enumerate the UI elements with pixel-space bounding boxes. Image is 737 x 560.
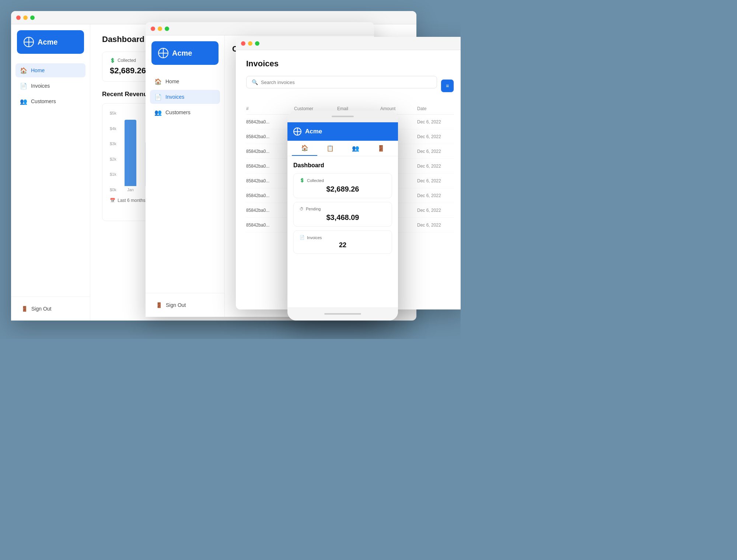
sidebar-item-invoices[interactable]: 📄 Invoices [15, 79, 85, 93]
mobile-logo-text: Acme [305, 128, 322, 135]
row-id: 85842ba0... [246, 119, 294, 125]
win1-sidebar-bottom: 🚪 Sign Out [11, 297, 90, 321]
close-dot-3[interactable] [241, 41, 245, 46]
col-id: # [246, 106, 294, 111]
win2-invoices-label: Invoices [165, 94, 184, 100]
y-label-1k: $1k [110, 172, 116, 176]
y-label-5k: $5k [110, 111, 116, 115]
mobile-tab-customers[interactable]: 👥 [343, 141, 368, 156]
row-id: 85842ba0... [246, 134, 294, 139]
bar-jan-label: Jan [127, 188, 134, 192]
win2-sign-out-button[interactable]: 🚪 Sign Out [151, 299, 219, 311]
row-date: Dec 6, 2022 [417, 208, 454, 213]
dollar-circle-icon: 💲 [110, 58, 115, 63]
win2-signout-icon: 🚪 [156, 302, 162, 308]
titlebar-4 [287, 111, 398, 122]
mobile-pending-value: $3,468.09 [300, 213, 386, 222]
filter-button[interactable]: ≡ [441, 79, 454, 92]
bar-jan-rect [125, 120, 136, 186]
mobile-globe-icon [293, 127, 301, 136]
minimize-dot[interactable] [23, 15, 28, 20]
sidebar-label-customers: Customers [31, 98, 56, 104]
collected-label-text: Collected [118, 58, 136, 63]
maximize-dot[interactable] [30, 15, 35, 20]
globe-icon [24, 37, 34, 47]
maximize-dot-2[interactable] [165, 27, 169, 31]
mobile-tab-signout[interactable]: 🚪 [368, 141, 394, 156]
minimize-dot-2[interactable] [158, 27, 162, 31]
win2-nav: 🏠 Home 📄 Invoices 👥 Customers [146, 71, 224, 293]
close-dot[interactable] [16, 15, 21, 20]
row-date: Dec 6, 2022 [417, 134, 454, 139]
y-label-2k: $2k [110, 157, 116, 161]
mobile-pending-text: Pending [306, 207, 321, 211]
bar-jan: Jan [125, 120, 136, 192]
row-id: 85842ba0... [246, 164, 294, 169]
mobile-window: Acme 🏠 📋 👥 🚪 Dashboard 💲 Collected $2,68… [287, 111, 398, 321]
win1-nav: 🏠 Home 📄 Invoices 👥 Customers [11, 60, 90, 297]
win2-home-icon: 🏠 [154, 78, 162, 85]
row-date: Dec 6, 2022 [417, 223, 454, 228]
mobile-invoices-icon: 📄 [300, 235, 305, 240]
row-id: 85842ba0... [246, 223, 294, 228]
win4-body: Acme 🏠 📋 👥 🚪 Dashboard 💲 Collected $2,68… [287, 122, 398, 321]
win2-sidebar-item-customers[interactable]: 👥 Customers [150, 105, 220, 119]
win2-sidebar-item-invoices[interactable]: 📄 Invoices [150, 90, 220, 104]
win2-signout-label: Sign Out [166, 302, 186, 308]
signout-label: Sign Out [31, 306, 51, 312]
win1-logo: Acme [17, 30, 84, 54]
y-label-4k: $4k [110, 126, 116, 131]
mobile-bottom-bar [287, 307, 398, 321]
minimize-dot-3[interactable] [248, 41, 252, 46]
win2-invoices-icon: 📄 [154, 93, 162, 101]
win2-sidebar-item-home[interactable]: 🏠 Home [150, 74, 220, 88]
col-date: Date [417, 106, 454, 111]
row-date: Dec 6, 2022 [417, 119, 454, 125]
y-label-3k: $3k [110, 141, 116, 146]
globe-icon-2 [158, 48, 168, 58]
maximize-dot-3[interactable] [255, 41, 259, 46]
close-dot-2[interactable] [151, 27, 155, 31]
win2-customers-label: Customers [165, 109, 191, 115]
row-id: 85842ba0... [246, 149, 294, 154]
sign-out-button[interactable]: 🚪 Sign Out [17, 303, 84, 315]
row-date: Dec 6, 2022 [417, 193, 454, 198]
mobile-content: Dashboard 💲 Collected $2,689.26 ⏱ Pendin… [287, 156, 398, 307]
mobile-invoices-text: Invoices [307, 235, 322, 240]
mobile-nav-tabs: 🏠 📋 👥 🚪 [287, 141, 398, 156]
mobile-home-indicator [324, 313, 361, 315]
win1-sidebar: Acme 🏠 Home 📄 Invoices 👥 Customers � [11, 24, 90, 321]
mobile-collected-label: 💲 Collected [300, 178, 386, 183]
win2-logo-text: Acme [172, 49, 192, 57]
mobile-stat-collected: 💲 Collected $2,689.26 [293, 173, 392, 198]
search-bar[interactable]: 🔍 [246, 76, 437, 88]
mobile-tab-home[interactable]: 🏠 [292, 141, 317, 156]
win1-logo-text: Acme [38, 38, 57, 46]
win2-home-label: Home [165, 78, 179, 84]
row-date: Dec 6, 2022 [417, 178, 454, 183]
search-input[interactable] [261, 80, 432, 85]
mobile-dollar-icon: 💲 [300, 178, 305, 183]
row-id: 85842ba0... [246, 193, 294, 198]
y-label-0k: $0k [110, 188, 116, 192]
mobile-collected-text: Collected [307, 178, 324, 183]
mobile-logo-bar: Acme [287, 122, 398, 141]
win2-sidebar-bottom: 🚪 Sign Out [146, 293, 224, 317]
search-icon: 🔍 [252, 79, 258, 85]
filter-icon: ≡ [446, 83, 449, 89]
search-row: 🔍 ≡ [246, 76, 454, 96]
y-labels: $5k $4k $3k $2k $1k $0k [110, 111, 116, 192]
mobile-collected-value: $2,689.26 [300, 185, 386, 193]
row-id: 85842ba0... [246, 208, 294, 213]
titlebar-3 [236, 37, 461, 50]
invoices-icon: 📄 [20, 82, 27, 90]
row-date: Dec 6, 2022 [417, 164, 454, 169]
mobile-tab-invoices[interactable]: 📋 [317, 141, 343, 156]
home-icon: 🏠 [20, 67, 27, 74]
sidebar-item-customers[interactable]: 👥 Customers [15, 94, 85, 108]
sidebar-item-home[interactable]: 🏠 Home [15, 63, 85, 77]
mobile-pending-label: ⏱ Pending [300, 207, 386, 211]
calendar-icon: 📅 [110, 198, 115, 203]
mobile-handle [332, 116, 354, 117]
win3-page-title: Invoices [246, 59, 454, 69]
